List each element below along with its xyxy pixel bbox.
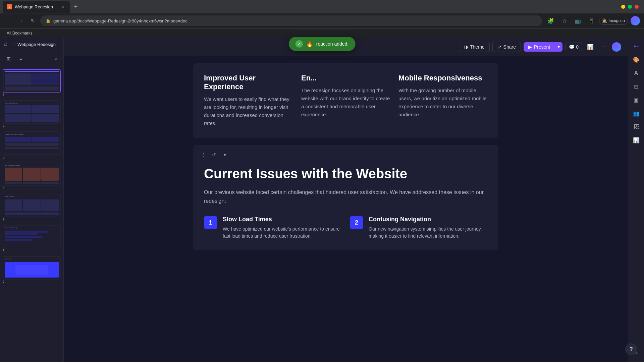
card-toolbar: ⋮ ↺ ▾ [199, 150, 229, 160]
brand-section: En... The redesign focuses on aligning t… [301, 74, 390, 127]
bookmark-button[interactable]: ☆ [559, 16, 570, 25]
mobile-body: With the growing number of mobile users,… [398, 86, 488, 119]
goals-card: Improved User Experience We want users t… [193, 63, 498, 138]
theme-button[interactable]: ◑ Theme [459, 42, 490, 52]
more-options-button[interactable]: ⋯ [598, 42, 609, 52]
browser-chrome: γ Webpage Redesign × + ← → ↻ 🔒 gamma.app… [0, 0, 644, 38]
toast-check-icon: ✓ [296, 40, 303, 48]
profile-avatar[interactable] [631, 16, 640, 25]
slide-number: 3 [3, 155, 61, 160]
card-dots-button[interactable]: ⋮ [199, 150, 208, 160]
slide-thumbnail: Timeline for Redesign [3, 225, 61, 248]
document-content: Improved User Experience We want users t… [186, 56, 505, 264]
slide-item[interactable]: Current Issues with the Website 3 [3, 131, 61, 160]
ai-button[interactable]: ✦AI [630, 40, 642, 52]
card-rotate-button[interactable]: ↺ [209, 150, 219, 160]
active-tab[interactable]: γ Webpage Redesign × [3, 1, 70, 13]
slide-thumbnail: Target Audience [3, 194, 61, 217]
right-panel: ✦AI 🎨 A ⊟ ▣ 👥 🖼 📊 ✏ [628, 38, 644, 362]
slide-thumbnail: Contact Us [3, 256, 61, 280]
slide-item[interactable]: Target Audience 5 [3, 194, 61, 222]
toast-emoji: 🔥 [306, 41, 313, 47]
slide-number: 4 [3, 186, 61, 191]
help-button[interactable]: ? [625, 343, 637, 355]
slide-number: 1 [3, 93, 61, 98]
extensions-button[interactable]: 🧩 [545, 16, 557, 25]
sidebar-controls: ⊞ ≡ × [0, 51, 63, 66]
issue-item-2: 2 Confusing Navigation Our new navigatio… [350, 216, 488, 240]
cast-button[interactable]: 📺 [572, 15, 583, 26]
issue-content-1: Slow Load Times We have optimized our we… [223, 216, 342, 240]
issue-content-2: Confusing Navigation Our new navigation … [369, 216, 488, 240]
card-chevron-button[interactable]: ▾ [220, 150, 229, 160]
people-button[interactable]: 👥 [630, 107, 642, 119]
color-button[interactable]: 🎨 [630, 54, 642, 66]
toast-notification: ✓ 🔥 reaction added. [289, 37, 356, 51]
sidebar-header: ⌂ › Webpage Redesign [0, 38, 63, 51]
issue-title-2: Confusing Navigation [369, 216, 488, 223]
comment-button[interactable]: 💬 0 [565, 43, 582, 51]
all-bookmarks-label[interactable]: All Bookmarks [4, 30, 35, 36]
present-icon: ▶ [528, 44, 532, 50]
tablet-button[interactable]: 📱 [586, 15, 596, 26]
tab-favicon: γ [7, 4, 12, 9]
layout-button[interactable]: ▣ [630, 94, 642, 106]
slide-thumbnail: Goals of the Redesign [3, 100, 61, 124]
chart-button[interactable]: 📊 [630, 134, 642, 146]
slide-item[interactable]: Goals of the Redesign 2 [3, 100, 61, 129]
ux-section: Improved User Experience We want users t… [204, 74, 293, 127]
text-format-button[interactable]: A [630, 67, 642, 79]
present-main-button[interactable]: ▶ Present [524, 42, 555, 52]
slide-item[interactable]: Contact Us 7 [3, 256, 61, 285]
brand-body: The redesign focuses on aligning the web… [301, 86, 390, 119]
slide-number: 2 [3, 124, 61, 129]
present-dropdown-button[interactable]: ▾ [555, 42, 562, 52]
close-window-button[interactable] [635, 5, 639, 9]
image-button[interactable]: 🖼 [630, 121, 642, 133]
slide-item[interactable]: Timeline for Redesign 6 [3, 225, 61, 253]
tab-bar: γ Webpage Redesign × + [0, 0, 644, 13]
ux-body: We want users to easily find what they a… [204, 95, 293, 127]
close-sidebar-button[interactable]: × [53, 55, 59, 62]
list-view-button[interactable]: ≡ [16, 54, 25, 63]
issues-description: Our previous website faced certain chall… [204, 188, 488, 205]
app-layout: ⌂ › Webpage Redesign ⊞ ≡ × [0, 38, 644, 362]
mobile-section: Mobile Responsiveness With the growing n… [398, 74, 488, 127]
analytics-button[interactable]: 📊 [585, 42, 596, 52]
issue-number-2: 2 [350, 216, 363, 229]
address-bar[interactable]: 🔒 gamma.app/docs/Webpage-Redesign-2r98y4… [40, 15, 542, 26]
ux-title: Improved User Experience [204, 74, 293, 91]
back-button[interactable]: ← [4, 16, 13, 25]
home-icon[interactable]: ⌂ [4, 41, 11, 48]
user-avatar[interactable] [612, 42, 621, 52]
slide-item[interactable]: 1 [3, 69, 61, 98]
slide-thumbnail: New Design and Features [3, 163, 61, 186]
forward-button[interactable]: → [16, 16, 25, 25]
new-tab-button[interactable]: + [71, 2, 80, 11]
tab-close-button[interactable]: × [60, 4, 66, 9]
share-button[interactable]: ↗ Share [492, 42, 521, 52]
issue-item-1: 1 Slow Load Times We have optimized our … [204, 216, 342, 240]
window-controls [621, 5, 641, 9]
slide-thumbnail: Current Issues with the Website [3, 131, 61, 155]
slide-number: 7 [3, 280, 61, 285]
slide-thumbnail [3, 69, 61, 93]
slide-item[interactable]: New Design and Features 4 [3, 163, 61, 191]
slide-number: 5 [3, 217, 61, 222]
reload-button[interactable]: ↻ [28, 16, 38, 25]
share-icon: ↗ [497, 44, 501, 50]
issue-title-1: Slow Load Times [223, 216, 342, 223]
issues-title: Current Issues with the Website [204, 166, 488, 181]
grid-view-button[interactable]: ⊞ [4, 54, 13, 63]
slides-panel: 1 Goals of the Redesign 2 [0, 66, 63, 362]
mobile-title: Mobile Responsiveness [398, 74, 488, 82]
minimize-button[interactable] [621, 5, 625, 9]
issues-card: ⋮ ↺ ▾ Current Issues with the Website Ou… [193, 145, 498, 250]
comment-icon: 💬 [569, 44, 575, 50]
maximize-button[interactable] [628, 5, 632, 9]
component-button[interactable]: ⊟ [630, 80, 642, 93]
issue-body-2: Our new navigation system simplifies the… [369, 226, 488, 240]
theme-icon: ◑ [464, 44, 468, 50]
tab-title: Webpage Redesign [15, 4, 53, 9]
incognito-button[interactable]: 🕵 Incognito [599, 17, 628, 25]
